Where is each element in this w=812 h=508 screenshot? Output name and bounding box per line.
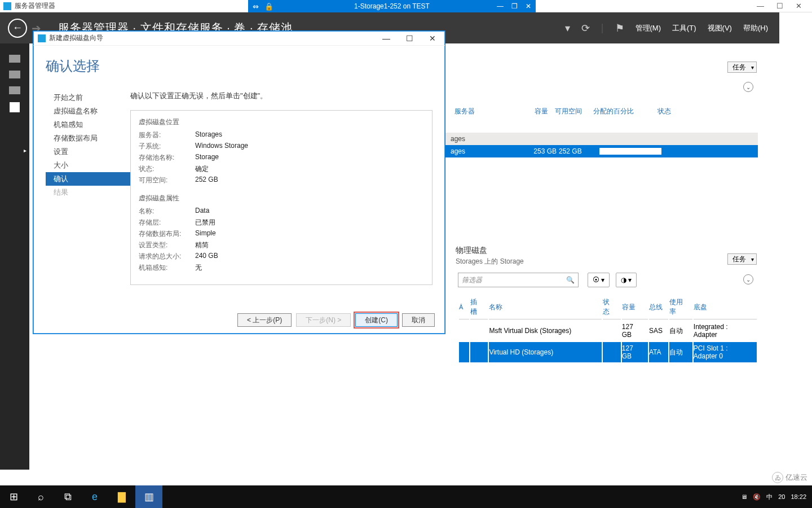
col-disk-name[interactable]: 名称 xyxy=(489,295,602,319)
wizard-content: 确认以下设置正确无误，然后单击"创建"。 虚拟磁盘位置 服务器:Storages… xyxy=(130,91,445,295)
tray-volume-icon[interactable]: 🔇 xyxy=(753,493,761,501)
pin-icon[interactable]: ⇔ xyxy=(253,2,259,11)
step-provision[interactable]: 设置 xyxy=(46,145,130,159)
section-properties: 虚拟磁盘属性 xyxy=(139,194,424,203)
rail-expand-icon[interactable]: ▸ xyxy=(24,147,27,154)
nav-rail: ▸ xyxy=(0,43,29,470)
val-tier: 已禁用 xyxy=(195,218,215,227)
start-button[interactable]: ⊞ xyxy=(0,485,27,508)
col-server[interactable]: 服务器 xyxy=(454,107,475,116)
col-capacity[interactable]: 容量 xyxy=(535,107,548,116)
pool-row-selected[interactable]: ages 253 GB 252 GB xyxy=(444,145,758,157)
step-size[interactable]: 大小 xyxy=(46,159,130,172)
step-confirm[interactable]: 确认 xyxy=(46,172,130,186)
back-button[interactable]: ← xyxy=(8,19,27,38)
search-button[interactable]: ⌕ xyxy=(27,485,54,508)
col-status[interactable]: 状态 xyxy=(657,107,671,116)
file-explorer-icon[interactable]: ▇ xyxy=(108,485,135,508)
val-subsystem: Windows Storage xyxy=(195,142,248,151)
col-disk-status[interactable]: 状态 xyxy=(603,295,620,319)
disks-collapse-icon[interactable]: ⌄ xyxy=(743,274,753,284)
wizard-close-icon[interactable]: ✕ xyxy=(429,34,436,43)
disk-row[interactable]: Msft Virtual Disk (Storages) 127 GB SAS … xyxy=(459,321,757,341)
lock-icon[interactable]: 🔒 xyxy=(264,2,273,11)
previous-button[interactable]: < 上一步(P) xyxy=(237,313,292,327)
val-size: 240 GB xyxy=(195,252,218,261)
pool-name: ages xyxy=(451,147,524,155)
tray-time[interactable]: 18:22 xyxy=(791,493,806,500)
collapse-icon[interactable]: ⌄ xyxy=(743,82,753,92)
step-layout[interactable]: 存储数据布局 xyxy=(46,132,130,145)
taskbar: ⊞ ⌕ ⧉ e ▇ ▥ 🖥 🔇 中 20 18:22 xyxy=(0,485,812,508)
watermark: ゐ 亿速云 xyxy=(772,472,807,483)
app-icon xyxy=(3,2,11,10)
tray-num: 20 xyxy=(778,493,785,500)
flag-icon[interactable]: ⚑ xyxy=(615,22,624,34)
ie-icon[interactable]: e xyxy=(81,485,108,508)
val-server: Storages xyxy=(195,130,222,140)
vm-close-icon[interactable]: ✕ xyxy=(526,2,531,10)
wizard-page-title: 确认选择 xyxy=(33,46,445,81)
group-dropdown[interactable]: ⦿ ▾ xyxy=(588,273,610,287)
tray-monitor-icon[interactable]: 🖥 xyxy=(741,493,747,500)
vm-minimize-icon[interactable]: — xyxy=(497,2,504,10)
physical-disks-title: 物理磁盘 xyxy=(456,246,487,256)
refresh-dropdown-icon[interactable]: ▾ xyxy=(565,22,570,34)
wizard-maximize-icon[interactable]: ☐ xyxy=(406,34,413,43)
app-title: 服务器管理器 xyxy=(15,1,55,11)
menu-manage[interactable]: 管理(M) xyxy=(636,23,661,33)
col-slot[interactable]: 插槽 xyxy=(470,295,488,319)
menu-view[interactable]: 视图(V) xyxy=(708,23,732,33)
vm-title-text: 1-Storage1-252 on TEST xyxy=(354,2,430,10)
rail-item-storage-pools[interactable] xyxy=(10,102,20,112)
task-view-button[interactable]: ⧉ xyxy=(54,485,81,508)
rail-item-servers[interactable] xyxy=(9,55,20,63)
tray-ime[interactable]: 中 xyxy=(766,493,773,501)
window-close-icon[interactable]: ✕ xyxy=(796,2,802,10)
menu-help[interactable]: 帮助(H) xyxy=(743,23,768,33)
window-maximize-icon[interactable]: ☐ xyxy=(776,2,783,10)
pool-free: 252 GB xyxy=(559,147,592,155)
wizard-minimize-icon[interactable]: — xyxy=(382,34,390,43)
create-button[interactable]: 创建(C) xyxy=(355,313,398,327)
rail-item-volumes[interactable] xyxy=(9,71,20,78)
menu-tools[interactable]: 工具(T) xyxy=(672,23,696,33)
step-before[interactable]: 开始之前 xyxy=(46,91,130,104)
col-usage[interactable]: 使用率 xyxy=(669,295,692,319)
wizard-window-title: 新建虚拟磁盘向导 xyxy=(49,33,103,43)
sort-icon[interactable]: Â xyxy=(459,304,463,310)
pool-alloc-bar xyxy=(599,148,661,155)
new-virtual-disk-wizard: 新建虚拟磁盘向导 — ☐ ✕ 确认选择 开始之前 虚拟磁盘名称 机箱感知 存储数… xyxy=(33,30,445,334)
col-chassis[interactable]: 底盘 xyxy=(694,295,757,319)
disk-row-selected[interactable]: Virtual HD (Storages) 127 GB ATA 自动 PCI … xyxy=(459,342,757,362)
view-dropdown[interactable]: ◑ ▾ xyxy=(616,273,637,287)
section-location: 虚拟磁盘位置 xyxy=(139,117,424,127)
step-enclosure[interactable]: 机箱感知 xyxy=(46,118,130,132)
vm-restore-icon[interactable]: ❐ xyxy=(511,2,518,10)
val-name: Data xyxy=(195,207,209,216)
rail-item-disks[interactable] xyxy=(9,86,20,94)
pool-capacity: 253 GB xyxy=(524,147,557,155)
cancel-button[interactable]: 取消 xyxy=(402,313,435,327)
filter-input[interactable]: 筛选器 🔍 xyxy=(458,273,579,287)
col-alloc[interactable]: 分配的百分比 xyxy=(593,107,634,116)
filter-placeholder: 筛选器 xyxy=(462,275,482,285)
search-icon[interactable]: 🔍 xyxy=(566,276,575,284)
tasks-dropdown-pools[interactable]: 任务 xyxy=(727,62,757,73)
col-free[interactable]: 可用空间 xyxy=(555,107,582,116)
step-name[interactable]: 虚拟磁盘名称 xyxy=(46,104,130,118)
separator: | xyxy=(601,22,604,34)
val-free: 252 GB xyxy=(195,176,218,185)
wizard-summary-box: 虚拟磁盘位置 服务器:Storages 子系统:Windows Storage … xyxy=(130,110,433,285)
wizard-titlebar: 新建虚拟磁盘向导 — ☐ ✕ xyxy=(33,31,445,46)
wizard-intro: 确认以下设置正确无误，然后单击"创建"。 xyxy=(130,91,433,101)
pool-group-row: ages xyxy=(444,133,758,145)
window-minimize-icon[interactable]: — xyxy=(757,2,764,10)
server-manager-taskbar-icon[interactable]: ▥ xyxy=(135,485,162,508)
col-bus[interactable]: 总线 xyxy=(649,295,668,319)
physical-disks-table: Â 插槽 名称 状态 容量 总线 使用率 底盘 Msft Virtual Dis… xyxy=(458,294,758,364)
tasks-dropdown-disks[interactable]: 任务 xyxy=(727,253,757,265)
next-button: 下一步(N) > xyxy=(296,313,351,327)
refresh-icon[interactable]: ⟳ xyxy=(581,22,590,34)
col-disk-capacity[interactable]: 容量 xyxy=(622,295,648,319)
